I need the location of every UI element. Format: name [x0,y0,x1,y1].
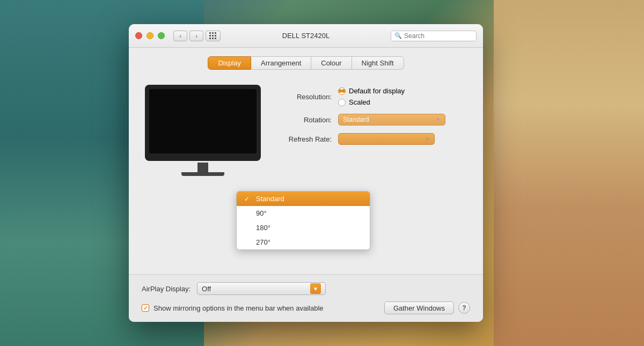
refresh-rate-row: Refresh Rate: ▼ [274,133,445,145]
resolution-scaled-option[interactable]: Scaled [338,98,405,106]
close-button[interactable] [135,32,142,39]
settings-area: Resolution: Default for display Scaled [129,78,483,274]
gather-windows-button[interactable]: Gather Windows [384,301,454,314]
rotation-180-label: 180° [256,224,270,232]
nav-buttons: ‹ › [173,31,203,41]
help-button[interactable]: ? [458,302,470,314]
search-input[interactable] [404,32,469,40]
minimize-button[interactable] [147,32,153,39]
forward-button[interactable]: › [189,31,203,41]
resolution-options: Default for display Scaled [338,87,405,106]
rotation-dropdown-popup: ✓ Standard 90° 180° 270° [236,191,370,250]
resolution-label: Resolution: [274,93,338,101]
grid-button[interactable] [206,31,221,41]
display-row: Resolution: Default for display Scaled [145,85,467,176]
tab-display[interactable]: Display [208,56,251,70]
resolution-row: Resolution: Default for display Scaled [274,87,445,106]
tab-night-shift[interactable]: Night Shift [352,56,404,70]
display-neck [197,163,208,172]
rotation-option-270[interactable]: 270° [237,235,370,249]
airplay-row: AirPlay Display: Off ▼ [142,282,470,295]
back-button[interactable]: ‹ [173,31,187,41]
resolution-default-label: Default for display [349,87,405,95]
preferences-window: ‹ › DELL ST2420L 🔍 Display Arrangement C… [129,24,483,322]
rotation-90-label: 90° [256,209,267,217]
resolution-default-option[interactable]: Default for display [338,87,405,95]
mirroring-left: ✓ Show mirroring options in the menu bar… [142,304,324,312]
rotation-row: Rotation: Standard ▼ [274,114,445,126]
search-icon: 🔍 [394,32,402,39]
rotation-arrow-icon: ▼ [436,117,441,122]
resolution-default-radio[interactable] [338,87,346,95]
rotation-option-standard[interactable]: ✓ Standard [237,192,370,206]
mirroring-label: Show mirroring options in the menu bar w… [153,304,324,312]
airplay-value: Off [202,285,310,293]
bottom-section: AirPlay Display: Off ▼ ✓ Show mirroring … [129,274,483,322]
display-base [145,163,261,176]
check-mark-icon: ✓ [143,305,148,312]
display-preview-wrapper [145,85,261,176]
rotation-option-180[interactable]: 180° [237,220,370,235]
rotation-standard-label: Standard [256,195,284,203]
mirroring-right: Gather Windows ? [384,301,470,314]
rotation-label: Rotation: [274,116,338,124]
display-bezel [145,85,261,161]
traffic-lights [135,32,165,39]
check-icon: ✓ [244,195,252,203]
right-controls: Resolution: Default for display Scaled [274,85,445,145]
airplay-arrow-icon: ▼ [310,283,321,294]
rotation-option-90[interactable]: 90° [237,206,370,220]
search-bar[interactable]: 🔍 [391,31,477,41]
mirroring-row: ✓ Show mirroring options in the menu bar… [142,301,470,314]
tab-colour[interactable]: Colour [311,56,352,70]
rotation-value: Standard [343,116,369,123]
title-bar: ‹ › DELL ST2420L 🔍 [129,24,483,48]
window-title: DELL ST2420L [282,32,330,40]
resolution-scaled-label: Scaled [349,98,370,106]
window-content: Display Arrangement Colour Night Shift [129,48,483,322]
rotation-select[interactable]: Standard ▼ [338,114,445,126]
refresh-rate-arrow-icon: ▼ [425,136,430,142]
maximize-button[interactable] [158,32,165,39]
airplay-select[interactable]: Off ▼ [197,282,326,295]
refresh-rate-label: Refresh Rate: [274,135,338,143]
tab-bar: Display Arrangement Colour Night Shift [129,56,483,70]
grid-icon [209,32,217,40]
tab-arrangement[interactable]: Arrangement [251,56,311,70]
refresh-rate-select[interactable]: ▼ [338,133,435,145]
resolution-scaled-radio[interactable] [338,99,346,106]
airplay-label: AirPlay Display: [142,285,191,293]
rotation-270-label: 270° [256,238,270,246]
display-foot [181,172,224,176]
display-screen [149,89,257,153]
mirroring-checkbox[interactable]: ✓ [142,304,149,312]
